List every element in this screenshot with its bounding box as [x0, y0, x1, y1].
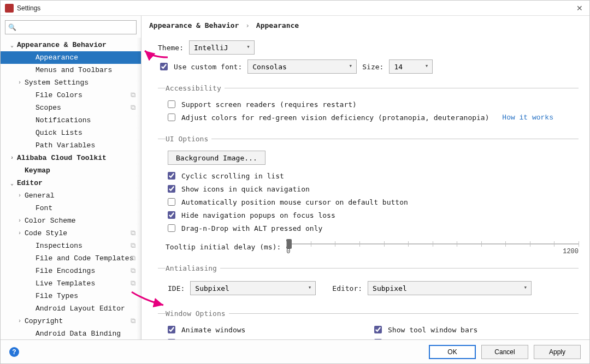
breadcrumb-sep-icon: ›: [245, 21, 250, 29]
drag-alt-checkbox[interactable]: [168, 224, 175, 232]
search-input[interactable]: [5, 20, 137, 34]
antialiasing-title: Antialiasing: [166, 264, 220, 272]
font-select[interactable]: Consolas: [247, 59, 357, 74]
sidebar-item[interactable]: Quick Lists: [1, 127, 141, 139]
sidebar-item[interactable]: ›System Settings: [1, 76, 141, 89]
window-options-group: Window Options Animate windows Show memo…: [158, 309, 579, 339]
font-size-select[interactable]: 14: [389, 59, 433, 74]
sidebar-item-label: Alibaba Cloud Toolkit: [17, 154, 107, 162]
cancel-button[interactable]: Cancel: [481, 345, 528, 359]
ui-options-group: UI Options Background Image... Cyclic sc…: [158, 135, 579, 254]
sidebar-item[interactable]: Notifications: [1, 114, 141, 127]
sidebar-item-label: Code Style: [25, 229, 67, 237]
settings-window: Settings ✕ 🔍 ⌄Appearance & BehaviorAppea…: [0, 0, 590, 364]
show-toolbars-checkbox[interactable]: [374, 326, 382, 333]
sidebar-item[interactable]: Android Layout Editor: [1, 302, 141, 315]
search-icon: 🔍: [8, 23, 16, 32]
sidebar-item[interactable]: ⌄Editor: [1, 177, 141, 189]
chevron-right-icon: ›: [16, 193, 23, 199]
sidebar-item-label: Quick Lists: [36, 129, 82, 137]
use-custom-font-label: Use custom font:: [174, 63, 242, 71]
icons-quicknav-checkbox[interactable]: [168, 185, 175, 193]
sidebar-item-label: Copyright: [25, 317, 63, 325]
cyclic-scrolling-checkbox[interactable]: [168, 172, 175, 180]
sidebar-item-label: File Types: [36, 292, 78, 300]
chevron-down-icon: ⌄: [8, 180, 16, 187]
show-toolbars-label: Show tool window bars: [388, 326, 477, 334]
adjust-colors-label: Adjust colors for red-green vision defic…: [181, 114, 489, 122]
app-icon: [5, 4, 14, 13]
use-custom-font-checkbox[interactable]: [160, 63, 168, 70]
sidebar-item[interactable]: ›General: [1, 189, 141, 202]
background-image-button[interactable]: Background Image...: [168, 151, 266, 165]
screen-readers-checkbox[interactable]: [168, 100, 175, 108]
antialiasing-group: Antialiasing IDE: Subpixel Editor: Subpi…: [158, 264, 579, 300]
icons-quicknav-label: Show icons in quick navigation: [181, 185, 310, 193]
auto-mouse-label: Automatically position mouse cursor on d…: [181, 198, 408, 206]
sidebar-item[interactable]: Font: [1, 202, 141, 214]
sidebar-item[interactable]: File and Code Templates⧉: [1, 252, 141, 265]
sidebar-item[interactable]: Path Variables: [1, 139, 141, 152]
sidebar-item[interactable]: ›Copyright⧉: [1, 315, 141, 327]
sidebar-item[interactable]: ›Code Style⧉: [1, 227, 141, 240]
sidebar-item[interactable]: File Types: [1, 290, 141, 302]
sidebar-item[interactable]: Android Data Binding: [1, 327, 141, 339]
adjust-colors-checkbox[interactable]: [168, 114, 175, 121]
aa-editor-label: Editor:: [332, 284, 362, 293]
sidebar-item[interactable]: File Colors⧉: [1, 89, 141, 102]
tooltip-delay-slider[interactable]: 0 1200: [286, 239, 579, 254]
sidebar-item-label: Scopes: [36, 104, 61, 112]
sidebar-item-label: File Encodings: [36, 267, 95, 275]
sidebar-item[interactable]: Inspections⧉: [1, 240, 141, 252]
sidebar-tree[interactable]: ⌄Appearance & BehaviorAppearanceMenus an…: [1, 39, 141, 339]
sidebar-item[interactable]: Menus and Toolbars: [1, 64, 141, 76]
close-icon[interactable]: ✕: [574, 4, 585, 13]
breadcrumb-leaf: Appearance: [256, 21, 299, 29]
cyclic-scrolling-label: Cyclic scrolling in list: [181, 172, 284, 180]
apply-button[interactable]: Apply: [534, 345, 581, 359]
sidebar-item[interactable]: File Encodings⧉: [1, 265, 141, 277]
sidebar-item[interactable]: ›Alibaba Cloud Toolkit: [1, 152, 141, 164]
theme-row: Theme: IntelliJ: [158, 40, 579, 55]
animate-windows-checkbox[interactable]: [168, 326, 175, 333]
screen-readers-label: Support screen readers (requires restart…: [181, 100, 357, 109]
how-it-works-link[interactable]: How it works: [502, 114, 553, 122]
sidebar-item-label: Menus and Toolbars: [36, 66, 112, 74]
accessibility-group: Accessibility Support screen readers (re…: [158, 84, 579, 125]
sidebar-item[interactable]: Appearance: [1, 51, 141, 64]
sidebar-item-label: Keymap: [25, 166, 50, 175]
sidebar-item-label: Notifications: [36, 116, 91, 124]
breadcrumb-root: Appearance & Behavior: [149, 21, 239, 29]
sidebar-item-label: Live Templates: [36, 279, 95, 288]
sidebar-item[interactable]: ⌄Appearance & Behavior: [1, 39, 141, 51]
sidebar-item[interactable]: Live Templates⧉: [1, 277, 141, 290]
dialog-footer: ? OK Cancel Apply: [1, 339, 589, 363]
sidebar-item-label: Appearance: [36, 53, 78, 62]
sidebar-item[interactable]: Keymap: [1, 164, 141, 177]
sidebar-item[interactable]: Scopes⧉: [1, 102, 141, 114]
aa-ide-select[interactable]: Subpixel: [190, 281, 316, 295]
sidebar-item-label: System Settings: [25, 79, 88, 87]
theme-select[interactable]: IntelliJ: [189, 40, 255, 55]
sidebar-item-label: Appearance & Behavior: [17, 41, 107, 49]
aa-editor-select[interactable]: Subpixel: [368, 281, 532, 295]
hide-popups-checkbox[interactable]: [168, 211, 175, 219]
hide-popups-label: Hide navigation popups on focus loss: [181, 211, 335, 219]
sidebar-scroll-shadow: [137, 38, 141, 339]
ok-button[interactable]: OK: [429, 345, 476, 359]
help-icon[interactable]: ?: [9, 347, 19, 357]
animate-windows-label: Animate windows: [181, 326, 245, 334]
window-title: Settings: [17, 4, 574, 12]
project-level-icon: ⧉: [131, 104, 135, 112]
auto-mouse-checkbox[interactable]: [168, 198, 175, 206]
slider-min-label: 0: [286, 248, 290, 255]
sidebar-item-label: Android Data Binding: [36, 330, 121, 338]
sidebar-item-label: Path Variables: [36, 141, 95, 150]
accessibility-title: Accessibility: [166, 84, 225, 92]
sidebar-item[interactable]: ›Color Scheme: [1, 214, 141, 227]
chevron-right-icon: ›: [8, 155, 16, 161]
sidebar-item-label: Editor: [17, 179, 43, 187]
sidebar-item-label: Color Scheme: [25, 217, 76, 225]
titlebar: Settings ✕: [1, 1, 589, 16]
project-level-icon: ⧉: [131, 317, 135, 325]
